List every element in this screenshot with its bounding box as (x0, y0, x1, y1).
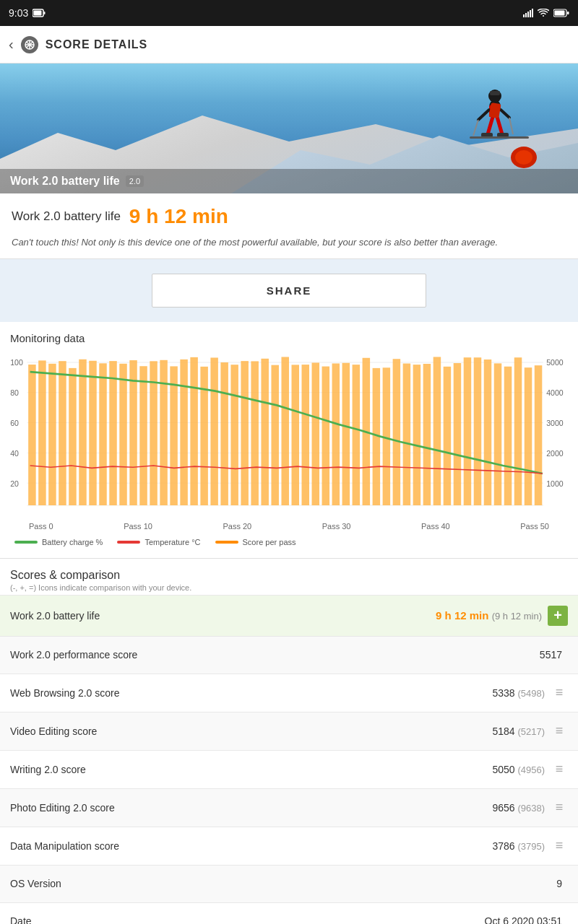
battery2-icon (553, 9, 569, 17)
score-row-label-0: Work 2.0 battery life (10, 610, 436, 622)
svg-rect-9 (555, 11, 565, 16)
svg-rect-52 (59, 361, 66, 505)
svg-rect-88 (423, 364, 431, 505)
svg-rect-95 (494, 363, 502, 505)
bag-figure (499, 136, 542, 172)
svg-text:2000: 2000 (546, 448, 563, 457)
svg-rect-72 (261, 358, 269, 505)
header: ‹ SCORE DETAILS (0, 26, 578, 64)
score-row-label-2: Web Browsing 2.0 score (10, 687, 492, 699)
svg-rect-57 (109, 361, 117, 505)
score-row-label-8: Date (10, 915, 485, 924)
battery-icon (33, 9, 46, 17)
share-section: SHARE (0, 259, 578, 322)
svg-rect-69 (230, 365, 238, 505)
x-label-20: Pass 20 (223, 522, 251, 531)
x-label-0: Pass 0 (29, 522, 53, 531)
score-row-label-5: Photo Editing 2.0 score (10, 802, 492, 814)
score-comparison-0: (9 h 12 min) (492, 611, 542, 622)
svg-rect-7 (532, 9, 533, 17)
score-row-date: Date Oct 6 2020 03:51 (0, 902, 578, 925)
svg-rect-53 (69, 367, 77, 505)
chart-svg: 100 80 60 40 20 5000 4000 3000 2000 1000 (7, 354, 571, 513)
svg-rect-62 (160, 359, 168, 505)
svg-rect-58 (119, 363, 127, 505)
svg-rect-1 (34, 11, 42, 16)
svg-rect-64 (180, 359, 188, 505)
score-row-label-7: OS Version (10, 878, 556, 889)
svg-rect-3 (523, 14, 525, 17)
svg-text:3000: 3000 (546, 418, 563, 427)
hero-badge: 2.0 (126, 175, 144, 187)
svg-rect-73 (271, 365, 279, 505)
x-labels: Pass 0 Pass 10 Pass 20 Pass 30 Pass 40 P… (7, 519, 571, 533)
svg-text:5000: 5000 (546, 358, 563, 367)
svg-rect-4 (525, 13, 527, 17)
score-row-label-6: Data Manipulation score (10, 840, 492, 852)
svg-line-20 (478, 110, 489, 120)
svg-rect-78 (322, 366, 330, 505)
x-label-50: Pass 50 (520, 522, 549, 531)
svg-rect-85 (393, 359, 401, 505)
x-label-10: Pass 10 (124, 522, 152, 531)
svg-line-24 (488, 117, 493, 134)
svg-rect-75 (291, 365, 299, 505)
svg-rect-50 (38, 360, 46, 505)
svg-rect-65 (190, 357, 198, 505)
score-row-value-5: 9656 (9638) (492, 802, 545, 814)
time: 9:03 (9, 7, 28, 19)
score-row-value-8: Oct 6 2020 03:51 (485, 915, 562, 924)
expand-icon-5[interactable]: ≡ (551, 799, 568, 816)
add-icon-0[interactable]: + (548, 606, 568, 626)
legend-temperature-label: Temperature °C (144, 538, 200, 546)
scores-subtitle: (-, +, =) Icons indicate comparison with… (10, 583, 568, 592)
score-row-value-6: 3786 (3795) (492, 840, 545, 852)
svg-rect-60 (139, 366, 147, 505)
svg-rect-63 (170, 366, 178, 505)
monitoring-title: Monitoring data (7, 332, 571, 344)
legend-score-label: Score per pass (243, 538, 296, 546)
svg-rect-59 (129, 360, 137, 505)
svg-rect-18 (490, 91, 500, 95)
svg-rect-86 (403, 363, 411, 505)
svg-rect-97 (514, 357, 522, 505)
svg-rect-2 (44, 12, 46, 14)
score-line: Work 2.0 battery life 9 h 12 min (12, 205, 566, 228)
svg-text:40: 40 (10, 448, 19, 457)
expand-icon-2[interactable]: ≡ (551, 684, 568, 702)
svg-point-32 (515, 150, 532, 165)
status-bar: 9:03 (0, 0, 578, 26)
svg-rect-79 (332, 363, 340, 505)
score-value: 9 h 12 min (129, 205, 228, 228)
svg-text:20: 20 (10, 479, 19, 487)
svg-rect-70 (241, 361, 249, 505)
scores-section: Scores & comparison (-, +, =) Icons indi… (0, 559, 578, 925)
svg-text:1000: 1000 (546, 479, 563, 487)
expand-icon-3[interactable]: ≡ (551, 723, 568, 740)
chart-legend: Battery charge % Temperature °C Score pe… (7, 533, 571, 551)
svg-rect-56 (99, 363, 107, 505)
hero-title: Work 2.0 battery life (10, 175, 120, 188)
expand-icon-6[interactable]: ≡ (551, 837, 568, 855)
signal-icon (523, 9, 533, 17)
share-button[interactable]: SHARE (152, 274, 426, 308)
legend-score: Score per pass (215, 538, 296, 546)
svg-line-23 (509, 118, 513, 134)
x-label-40: Pass 40 (421, 522, 450, 531)
svg-rect-93 (474, 357, 482, 505)
score-row-value-2: 5338 (5498) (492, 687, 545, 699)
wifi-icon (538, 9, 549, 17)
svg-rect-92 (464, 357, 472, 505)
legend-temperature: Temperature °C (117, 538, 200, 546)
score-section: Work 2.0 battery life 9 h 12 min Can't t… (0, 193, 578, 259)
svg-text:4000: 4000 (546, 388, 563, 396)
legend-temperature-line (117, 541, 140, 544)
back-button[interactable]: ‹ (9, 36, 14, 53)
svg-rect-49 (28, 365, 36, 505)
expand-icon-4[interactable]: ≡ (551, 761, 568, 778)
svg-rect-81 (353, 365, 361, 505)
score-row-photoediting: Photo Editing 2.0 score 9656 (9638) ≡ (0, 788, 578, 827)
svg-line-22 (473, 120, 478, 136)
hero-overlay: Work 2.0 battery life 2.0 (0, 169, 578, 193)
svg-rect-80 (342, 362, 350, 505)
